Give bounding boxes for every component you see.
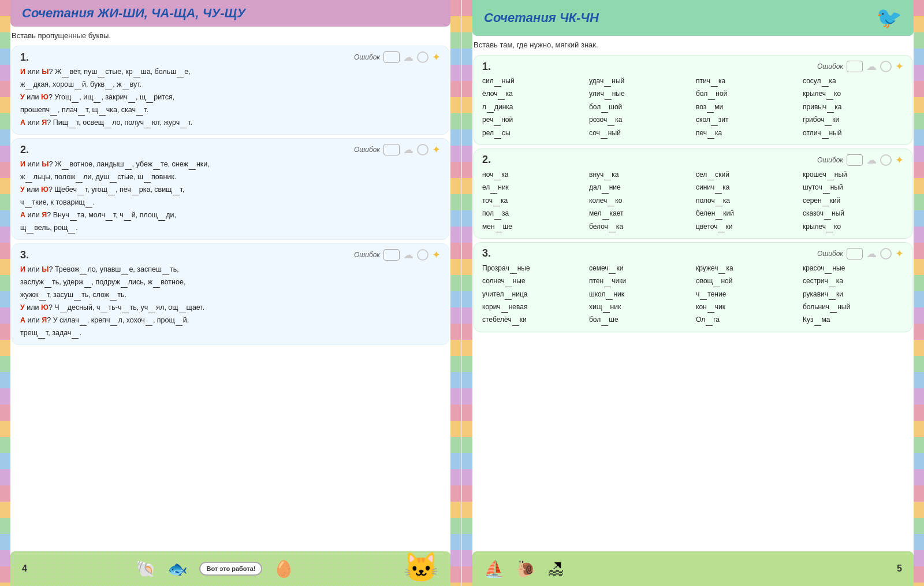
right-exercise-3: 3. Ошибок ☁ ✦ Прозрачные семечки кружечк… [474, 242, 912, 332]
right-instruction: Вставь там, где нужно, мягкий знак. [462, 36, 924, 51]
rcircle-icon-2 [880, 154, 892, 166]
right-page: Сочетания ЧК-ЧН 🐦 Вставь там, где нужно,… [462, 0, 924, 586]
word-item: мелкает [589, 207, 690, 219]
word-item: стебелёчки [482, 314, 583, 325]
ex2-error-label: Ошибок [354, 146, 380, 154]
egg-icon: 🥚 [274, 559, 294, 578]
word-item: птичка [696, 75, 797, 87]
rcircle-icon-3 [880, 248, 892, 259]
circle-icon-2 [417, 144, 429, 155]
word-item: цветочки [696, 221, 797, 232]
rex2-num: 2. [482, 154, 491, 166]
rsun-icon-1: ✦ [895, 60, 904, 73]
word-item: кружечка [696, 262, 797, 274]
ex2-header: 2. Ошибок ☁ ✦ [20, 143, 441, 156]
ex3-error-section: Ошибок ☁ ✦ [354, 249, 441, 261]
word-item: белочка [589, 221, 690, 232]
left-header: Сочетания ЖИ-ШИ, ЧА-ЩА, ЧУ-ЩУ [10, 0, 450, 27]
left-exercise-1: 1. Ошибок ☁ ✦ И или Ы? Жвёт, пушстые, кр… [12, 46, 449, 135]
word-item: точка [482, 195, 583, 206]
rex1-error-label: Ошибок [817, 62, 843, 71]
word-item: сколзит [696, 114, 797, 125]
ex2-error-section: Ошибок ☁ ✦ [354, 143, 441, 156]
left-page-num: 4 [22, 563, 27, 574]
word-item: менше [482, 221, 583, 232]
sailboat-icon: ⛵ [484, 559, 504, 578]
ex2-line5: А или Я? Внучта, молчт, чй, площди, [20, 209, 441, 221]
word-item: грибочки [803, 114, 904, 125]
word-item: розочка [589, 114, 690, 125]
word-item: релсы [482, 127, 583, 139]
stripe-left-right [462, 0, 472, 586]
rex3-error-box[interactable] [847, 248, 863, 259]
word-item: хищник [589, 301, 690, 313]
word-item: елник [482, 181, 583, 193]
rex3-error-label: Ошибок [817, 250, 843, 258]
rex3-error-section: Ошибок ☁ ✦ [817, 247, 904, 260]
word-item: болше [589, 314, 690, 325]
ex3-error-box[interactable] [383, 249, 400, 261]
ex1-line2: ждкая, хорошй, букв, жвут. [20, 79, 441, 90]
word-item: лдинка [482, 101, 583, 113]
cat-illustration: 🐱 [403, 551, 439, 584]
ex3-line2: заслужть, удерж, подружлись, жвотное, [20, 276, 441, 288]
word-item: шуточный [803, 181, 904, 193]
ex1-header: 1. Ошибок ☁ ✦ [20, 51, 441, 64]
rex1-error-box[interactable] [847, 61, 863, 72]
word-item: возми [696, 101, 797, 113]
ex1-line4: прошепч, плачт, щчка, скачт. [20, 104, 441, 116]
ex1-line5: А или Я? Пищт, освещло, получют, журчт. [20, 117, 441, 128]
speech-bubble: Вот это работа! [199, 562, 262, 576]
speech-text: Вот это работа! [206, 565, 255, 572]
rex1-word-grid: силный удачный птичка сосулка ёлочка ули… [482, 75, 904, 139]
word-item: отличный [803, 127, 904, 139]
rex1-num: 1. [482, 61, 491, 73]
right-header-title: Сочетания ЧК-ЧН [484, 10, 599, 25]
word-item: беленкий [696, 207, 797, 219]
bottom-icons-left: 🐚 🐟 Вот это работа! 🥚 [136, 559, 294, 578]
word-item: привычка [803, 101, 904, 113]
word-item: коричневая [482, 301, 583, 313]
word-item: болной [696, 88, 797, 99]
ex2-error-box[interactable] [383, 144, 400, 155]
rcircle-icon-1 [880, 61, 892, 72]
word-item: ёлочка [482, 88, 583, 99]
castle-icon: 🏖 [547, 559, 564, 578]
rcloud-icon-1: ☁ [866, 60, 877, 73]
rex2-error-label: Ошибок [817, 156, 843, 164]
ex3-line3: жужжт, засушть, сложть. [20, 289, 441, 301]
word-item: кончик [696, 301, 797, 313]
ex1-num: 1. [20, 51, 29, 64]
word-item: крылечко [803, 88, 904, 99]
rcloud-icon-3: ☁ [866, 247, 877, 260]
word-item: селский [696, 169, 797, 180]
cloud-icon-2: ☁ [403, 143, 413, 156]
word-item: красочные [803, 262, 904, 274]
rex3-num: 3. [482, 247, 491, 259]
rex2-error-box[interactable] [847, 154, 863, 166]
ex2-num: 2. [20, 144, 29, 156]
fish-icon: 🐟 [167, 559, 188, 578]
word-item: овощной [696, 275, 797, 287]
left-exercise-3: 3. Ошибок ☁ ✦ И или Ы? Тревожло, упавше,… [12, 243, 449, 345]
stripe-right-left [450, 0, 461, 586]
rex1-header: 1. Ошибок ☁ ✦ [482, 60, 904, 73]
word-item: семечки [589, 262, 690, 274]
ex1-error-box[interactable] [383, 51, 400, 63]
page-container: Сочетания ЖИ-ШИ, ЧА-ЩА, ЧУ-ЩУ Вставь про… [0, 0, 924, 586]
word-item: Кузма [803, 314, 904, 325]
ex1-line1: И или Ы? Жвёт, пушстые, крша, больше, [20, 66, 441, 77]
ex3-line4: У или Ю? Чдесный, чть-чть, учял, ощщает. [20, 302, 441, 313]
ex1-error-section: Ошибок ☁ ✦ [354, 51, 441, 64]
word-item: больничный [803, 301, 904, 313]
rex2-header: 2. Ошибок ☁ ✦ [482, 154, 904, 166]
left-instruction: Вставь пропущенные буквы. [0, 27, 461, 42]
rsun-icon-3: ✦ [895, 247, 904, 260]
left-header-title: Сочетания ЖИ-ШИ, ЧА-ЩА, ЧУ-ЩУ [22, 6, 245, 20]
word-item: синичка [696, 181, 797, 193]
word-item: уличные [589, 88, 690, 99]
bottom-icons-right: ⛵ 🐌 🏖 [484, 559, 564, 578]
bottom-bar-right: ⛵ 🐌 🏖 5 [472, 551, 914, 586]
word-item: Прозрачные [482, 262, 583, 274]
shell-icon: 🐚 [136, 559, 156, 578]
